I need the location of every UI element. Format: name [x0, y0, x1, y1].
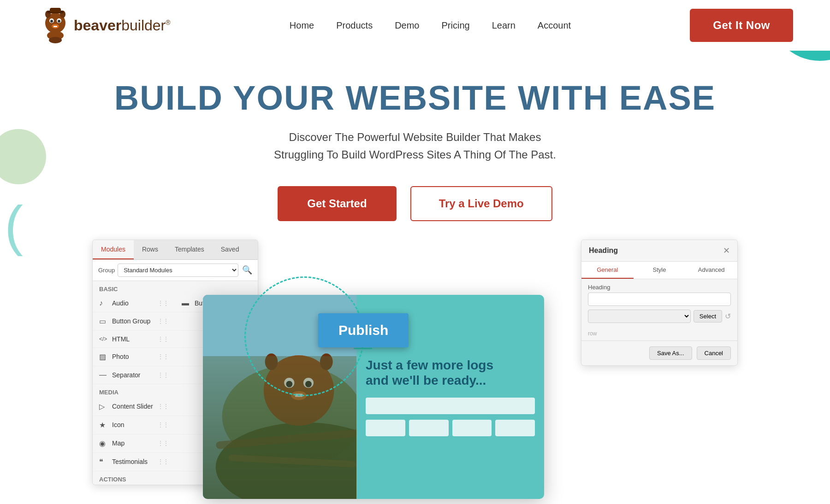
svg-rect-37 [228, 454, 356, 467]
separator-icon: — [99, 371, 108, 379]
logo[interactable]: beaverbuilder® [37, 7, 171, 44]
svg-point-4 [58, 20, 60, 23]
svg-rect-10 [50, 8, 61, 12]
hero-section: BUILD YOUR WEBSITE WITH EASE Discover Th… [0, 51, 830, 240]
heading-input[interactable] [588, 293, 731, 306]
button-icon: ▬ [182, 299, 191, 307]
svg-point-3 [50, 20, 53, 23]
beaver-logo-icon [37, 7, 74, 44]
drag-handle: ⋮⋮ [158, 440, 169, 446]
preview-input-5[interactable] [495, 420, 535, 436]
settings-header: Heading ✕ [581, 240, 737, 262]
module-separator-label: Separator [112, 371, 140, 379]
preview-heading: Just a few more logs and we'll be ready.… [366, 357, 535, 388]
module-html[interactable]: </> HTML ⋮⋮ [93, 331, 175, 348]
audio-icon: ♪ [99, 299, 108, 307]
module-content-slider[interactable]: ▷ Content Slider ⋮⋮ [93, 398, 175, 416]
nav-learn[interactable]: Learn [492, 20, 516, 30]
module-icon-label: Icon [112, 421, 124, 428]
drag-handle: ⋮⋮ [158, 403, 169, 410]
hero-buttons: Get Started Try a Live Demo [0, 186, 830, 221]
photo-icon: ▨ [99, 352, 108, 361]
svg-point-12 [49, 37, 62, 43]
drag-handle: ⋮⋮ [158, 336, 169, 342]
testimonials-icon: ❝ [99, 457, 108, 466]
icon-icon: ★ [99, 421, 108, 429]
module-audio-label: Audio [112, 299, 129, 307]
settings-footer: Save As... Cancel [581, 340, 737, 365]
module-slider-label: Content Slider [112, 403, 153, 410]
save-as-button[interactable]: Save As... [649, 346, 692, 360]
module-icon[interactable]: ★ Icon ⋮⋮ [93, 416, 175, 434]
drag-handle: ⋮⋮ [158, 300, 169, 306]
module-html-label: HTML [112, 335, 130, 343]
select-button[interactable]: Select [694, 310, 722, 322]
live-demo-button[interactable]: Try a Live Demo [410, 186, 552, 221]
heading-field-label: Heading [581, 279, 737, 293]
get-started-button[interactable]: Get Started [278, 186, 396, 221]
module-map-label: Map [112, 440, 125, 447]
row-label: row [581, 327, 737, 340]
settings-tab-style[interactable]: Style [634, 262, 686, 279]
publish-button[interactable]: Publish [318, 313, 409, 347]
demo-area: Modules Rows Templates Saved Group Stand… [92, 240, 738, 461]
drag-handle: ⋮⋮ [158, 372, 169, 378]
panel-tabs: Modules Rows Templates Saved [93, 240, 258, 260]
refresh-icon[interactable]: ↺ [725, 312, 731, 321]
navbar: beaverbuilder® Home Products Demo Pricin… [0, 0, 830, 51]
module-photo[interactable]: ▨ Photo ⋮⋮ [93, 348, 175, 366]
cancel-button[interactable]: Cancel [697, 346, 731, 360]
preview-input-2[interactable] [366, 420, 405, 436]
drag-handle: ⋮⋮ [158, 353, 169, 360]
drag-handle: ⋮⋮ [158, 422, 169, 428]
nav-links: Home Products Demo Pricing Learn Account [290, 20, 571, 31]
settings-select-row: Select ↺ [588, 310, 731, 323]
module-audio[interactable]: ♪ Audio ⋮⋮ [93, 294, 175, 312]
settings-tab-general[interactable]: General [581, 262, 634, 279]
group-select[interactable]: Standard Modules [118, 264, 238, 277]
preview-input-3[interactable] [409, 420, 449, 436]
section-basic-label: Basic [93, 281, 258, 294]
button-group-icon: ▭ [99, 317, 108, 326]
hero-title: BUILD YOUR WEBSITE WITH EASE [0, 78, 830, 117]
module-map[interactable]: ◉ Map ⋮⋮ [93, 434, 175, 453]
preview-input-1[interactable] [366, 398, 535, 414]
drag-handle: ⋮⋮ [158, 458, 169, 465]
search-icon[interactable]: 🔍 [242, 265, 252, 275]
nav-account[interactable]: Account [538, 20, 571, 30]
module-testimonials-label: Testimonials [112, 458, 148, 465]
nav-home[interactable]: Home [290, 20, 314, 30]
group-label: Group [98, 267, 115, 274]
preview-input-4[interactable] [452, 420, 492, 436]
module-separator[interactable]: — Separator ⋮⋮ [93, 366, 175, 384]
settings-panel: Heading ✕ General Style Advanced Heading… [581, 240, 738, 366]
settings-tabs: General Style Advanced [581, 262, 737, 279]
nav-demo[interactable]: Demo [395, 20, 419, 30]
tab-modules[interactable]: Modules [93, 240, 134, 259]
slider-icon: ▷ [99, 402, 108, 411]
nav-products[interactable]: Products [336, 20, 373, 30]
module-testimonials[interactable]: ❝ Testimonials ⋮⋮ [93, 453, 175, 471]
settings-title: Heading [589, 246, 618, 255]
module-photo-label: Photo [112, 353, 129, 360]
tab-templates[interactable]: Templates [166, 240, 213, 259]
svg-rect-6 [53, 26, 57, 27]
module-button-group-label: Button Group [112, 317, 150, 325]
preview-input-row [366, 420, 535, 436]
module-button-group[interactable]: ▭ Button Group ⋮⋮ [93, 312, 175, 331]
logo-text: beaverbuilder® [74, 17, 171, 34]
drag-handle: ⋮⋮ [158, 318, 169, 324]
get-it-now-button[interactable]: Get It Now [690, 9, 793, 42]
html-icon: </> [99, 336, 108, 342]
hero-subtitle: Discover The Powerful Website Builder Th… [0, 129, 830, 164]
tab-rows[interactable]: Rows [134, 240, 166, 259]
tab-saved[interactable]: Saved [213, 240, 248, 259]
nav-pricing[interactable]: Pricing [442, 20, 470, 30]
heading-select[interactable] [588, 310, 691, 323]
panel-search-row: Group Standard Modules 🔍 [93, 260, 258, 281]
map-icon: ◉ [99, 439, 108, 448]
settings-tab-advanced[interactable]: Advanced [685, 262, 737, 279]
close-icon[interactable]: ✕ [723, 246, 730, 256]
